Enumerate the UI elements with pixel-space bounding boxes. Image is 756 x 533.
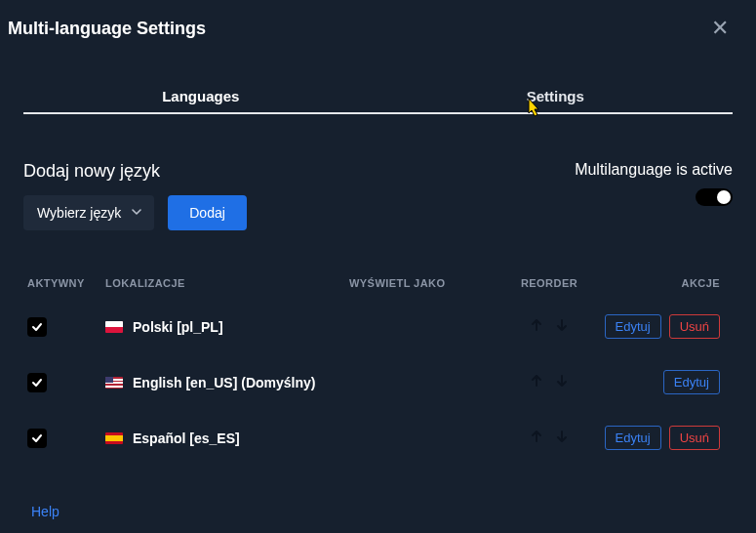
active-checkbox[interactable]: [27, 317, 47, 337]
check-icon: [31, 321, 43, 333]
tab-settings[interactable]: Settings: [378, 78, 734, 112]
close-button[interactable]: ✕: [707, 18, 733, 39]
arrow-down-icon: [555, 318, 569, 332]
table-row: Polski [pl_PL]EdytujUsuń: [27, 299, 729, 354]
flag-icon: [105, 432, 123, 444]
check-icon: [31, 377, 43, 389]
locale-label: Español [es_ES]: [133, 430, 240, 446]
move-down-button[interactable]: [553, 428, 571, 449]
locale-label: English [en_US] (Domyślny): [133, 375, 315, 390]
locale-label: Polski [pl_PL]: [133, 319, 223, 335]
languages-table: AKTYWNY LOKALIZACJE WYŚWIETL JAKO REORDE…: [27, 277, 729, 466]
move-up-button[interactable]: [528, 428, 545, 449]
page-title: Multi-language Settings: [8, 19, 206, 39]
flag-icon: [105, 377, 123, 389]
language-select[interactable]: Wybierz język: [23, 195, 154, 230]
arrow-down-icon: [555, 374, 569, 388]
tabs: Languages Settings: [23, 78, 733, 114]
arrow-up-icon: [530, 318, 543, 332]
table-row: English [en_US] (Domyślny)Edytuj: [27, 354, 729, 410]
toggle-knob: [717, 190, 731, 204]
add-button[interactable]: Dodaj: [168, 195, 247, 230]
help-link[interactable]: Help: [31, 504, 60, 519]
col-locale: LOKALIZACJE: [105, 277, 349, 289]
tab-languages[interactable]: Languages: [23, 78, 378, 112]
status-section: Multilanguage is active: [575, 161, 733, 206]
add-language-heading: Dodaj nowy język: [23, 161, 247, 182]
arrow-up-icon: [530, 374, 543, 388]
arrow-up-icon: [530, 430, 543, 443]
status-label: Multilanguage is active: [575, 161, 733, 179]
edit-button[interactable]: Edytuj: [605, 314, 661, 339]
active-checkbox[interactable]: [27, 373, 47, 392]
move-down-button[interactable]: [553, 372, 571, 393]
col-reorder: REORDER: [496, 277, 603, 289]
delete-button[interactable]: Usuń: [669, 314, 720, 339]
flag-icon: [105, 321, 123, 333]
multilanguage-toggle[interactable]: [696, 188, 733, 206]
move-down-button[interactable]: [553, 316, 571, 338]
add-language-section: Dodaj nowy język Wybierz język Dodaj: [23, 161, 247, 230]
move-up-button[interactable]: [528, 316, 545, 338]
edit-button[interactable]: Edytuj: [605, 426, 661, 450]
arrow-down-icon: [555, 430, 569, 443]
table-row: Español [es_ES]EdytujUsuń: [27, 410, 729, 466]
col-display-as: WYŚWIETL JAKO: [349, 277, 496, 289]
col-actions: AKCJE: [603, 277, 720, 289]
check-icon: [31, 432, 43, 444]
move-up-button[interactable]: [528, 372, 545, 393]
delete-button[interactable]: Usuń: [669, 426, 720, 450]
edit-button[interactable]: Edytuj: [663, 370, 720, 394]
col-active: AKTYWNY: [27, 277, 105, 289]
close-icon: ✕: [711, 16, 729, 40]
active-checkbox[interactable]: [27, 429, 47, 448]
